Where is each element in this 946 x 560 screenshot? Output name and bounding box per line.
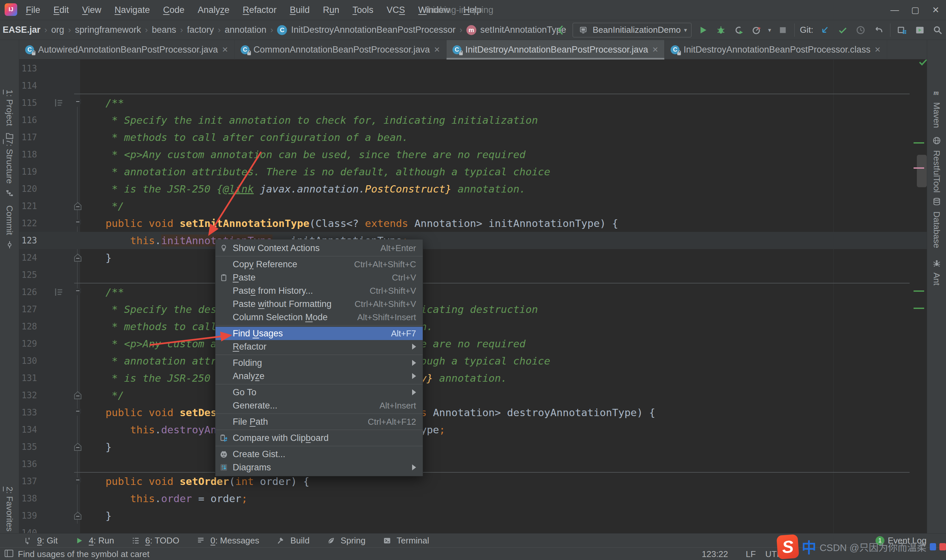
rollback-button[interactable] bbox=[872, 24, 885, 36]
code-line[interactable]: 135 } bbox=[19, 438, 927, 455]
code-editor[interactable]: 113114115 /**116 * Specify the init anno… bbox=[19, 60, 927, 533]
menu-navigate[interactable]: Navigate bbox=[108, 0, 157, 20]
line-number[interactable]: 118 bbox=[20, 146, 37, 163]
line-number[interactable]: 117 bbox=[20, 129, 37, 146]
line-number[interactable]: 138 bbox=[20, 490, 37, 507]
caret-position[interactable]: 123:22 bbox=[702, 548, 728, 560]
breadcrumb-item[interactable]: annotation bbox=[225, 25, 267, 35]
line-number[interactable]: 129 bbox=[20, 335, 37, 352]
close-icon[interactable]: ✕ bbox=[434, 45, 440, 54]
code-line[interactable]: 125 bbox=[19, 266, 927, 283]
code-line[interactable]: 139 } bbox=[19, 507, 927, 524]
menu-run[interactable]: Run bbox=[316, 0, 346, 20]
code-line[interactable]: 128 * methods to call when the context i… bbox=[19, 318, 927, 335]
menu-file[interactable]: File bbox=[19, 0, 47, 20]
toolwindow-button-4-run[interactable]: 4: Run bbox=[73, 534, 114, 547]
line-number[interactable]: 131 bbox=[20, 369, 37, 387]
code-line[interactable]: 136 bbox=[19, 455, 927, 473]
run-anything-button[interactable] bbox=[914, 24, 926, 36]
minimize-button[interactable]: — bbox=[884, 0, 905, 20]
close-icon[interactable]: ✕ bbox=[222, 45, 228, 54]
context-menu-item-create-gist[interactable]: Create Gist... bbox=[216, 448, 423, 461]
menu-vcs[interactable]: VCS bbox=[380, 0, 412, 20]
menu-tools[interactable]: Tools bbox=[346, 0, 380, 20]
code-line[interactable]: 113 bbox=[19, 60, 927, 77]
stripe-mark[interactable] bbox=[914, 142, 924, 143]
stop-button[interactable] bbox=[777, 24, 789, 36]
line-number[interactable]: 128 bbox=[20, 318, 37, 335]
code-line[interactable]: 140 bbox=[19, 524, 927, 533]
context-menu-item-folding[interactable]: Folding bbox=[216, 356, 423, 369]
line-number[interactable]: 136 bbox=[20, 455, 37, 473]
history-button[interactable] bbox=[854, 24, 867, 36]
sidebar-item-ant[interactable]: Ant bbox=[927, 257, 946, 285]
line-number[interactable]: 127 bbox=[20, 301, 37, 318]
line-number[interactable]: 130 bbox=[20, 352, 37, 369]
scrollbar-thumb[interactable] bbox=[917, 155, 927, 187]
stripe-mark[interactable] bbox=[914, 291, 924, 292]
line-number[interactable]: 115 bbox=[20, 94, 37, 111]
run-button[interactable] bbox=[697, 24, 709, 36]
menu-code[interactable]: Code bbox=[157, 0, 191, 20]
context-menu-item-file-path[interactable]: File PathCtrl+Alt+F12 bbox=[216, 415, 423, 428]
line-number[interactable]: 139 bbox=[20, 507, 37, 524]
code-line[interactable]: 129 * <p>Any custom annotation can be us… bbox=[19, 335, 927, 352]
code-line[interactable]: 130 * annotation attributes. There is no… bbox=[19, 352, 927, 369]
sidebar-item-7-structure[interactable]: 7: Structure bbox=[0, 139, 19, 200]
inspections-ok-icon[interactable] bbox=[918, 60, 927, 68]
code-line[interactable]: 137 public void setOrder(int order) { bbox=[19, 473, 927, 490]
line-number[interactable]: 134 bbox=[20, 421, 37, 438]
toolwindow-button-build[interactable]: Build bbox=[274, 534, 310, 547]
code-line[interactable]: 117 * methods to call after configuratio… bbox=[19, 129, 927, 146]
debug-button[interactable] bbox=[715, 24, 727, 36]
context-menu-item-go-to[interactable]: Go To bbox=[216, 386, 423, 399]
line-number[interactable]: 114 bbox=[20, 77, 37, 94]
line-number[interactable]: 122 bbox=[20, 215, 37, 232]
line-number[interactable]: 120 bbox=[20, 180, 37, 197]
toolwindow-button-terminal[interactable]: Terminal bbox=[381, 534, 429, 547]
gutter-list-icon[interactable] bbox=[54, 98, 63, 109]
breadcrumb-item[interactable]: org bbox=[51, 25, 64, 35]
profiler-button[interactable] bbox=[750, 24, 763, 36]
context-menu-item-paste-without-formatting[interactable]: Paste without FormattingCtrl+Alt+Shift+V bbox=[216, 297, 423, 311]
close-button[interactable]: ✕ bbox=[926, 0, 946, 20]
profiler-dropdown-icon[interactable]: ▾ bbox=[768, 26, 771, 34]
tool-windows-toggle-icon[interactable] bbox=[5, 549, 13, 559]
gutter-list-icon[interactable] bbox=[54, 287, 63, 298]
menu-refactor[interactable]: Refactor bbox=[236, 0, 283, 20]
line-number[interactable]: 137 bbox=[20, 473, 37, 490]
code-line[interactable]: 124 } bbox=[19, 249, 927, 266]
context-menu-item-analyze[interactable]: Analyze bbox=[216, 369, 423, 383]
context-menu-item-compare-with-clipboard[interactable]: Compare with Clipboard bbox=[216, 431, 423, 445]
line-number[interactable]: 124 bbox=[20, 249, 37, 266]
update-project-button[interactable] bbox=[818, 24, 831, 36]
context-menu-item-refactor[interactable]: Refactor bbox=[216, 340, 423, 353]
line-number[interactable]: 133 bbox=[20, 404, 37, 421]
sidebar-item-database[interactable]: Database bbox=[927, 195, 946, 248]
line-number[interactable]: 132 bbox=[20, 387, 37, 404]
sidebar-item-restfultool[interactable]: RestfulTool bbox=[927, 134, 946, 193]
editor-tab[interactable]: CAutowiredAnnotationBeanPostProcessor.ja… bbox=[19, 40, 235, 60]
toolwindow-button-6-todo[interactable]: 6: TODO bbox=[129, 534, 179, 547]
sidebar-item-commit[interactable]: Commit bbox=[0, 205, 19, 251]
menu-analyze[interactable]: Analyze bbox=[191, 0, 236, 20]
code-line[interactable]: 118 * <p>Any custom annotation can be us… bbox=[19, 146, 927, 163]
editor-tab[interactable]: CInitDestroyAnnotationBeanPostProcessor.… bbox=[665, 40, 887, 60]
search-everywhere-button[interactable] bbox=[931, 24, 944, 36]
close-icon[interactable]: ✕ bbox=[652, 45, 658, 54]
breadcrumb-method[interactable]: setInitAnnotationType bbox=[480, 25, 566, 35]
stripe-mark[interactable] bbox=[914, 308, 924, 309]
run-with-coverage-button[interactable] bbox=[732, 24, 745, 36]
code-line[interactable]: 120 * is the JSR-250 {@link javax.annota… bbox=[19, 180, 927, 197]
line-number[interactable]: 113 bbox=[20, 60, 37, 77]
breadcrumb-item[interactable]: EASE.jar bbox=[3, 25, 40, 35]
line-number[interactable]: 135 bbox=[20, 438, 37, 455]
line-number[interactable]: 116 bbox=[20, 111, 37, 129]
changed-files-button[interactable] bbox=[896, 24, 908, 36]
menu-view[interactable]: View bbox=[75, 0, 108, 20]
code-line[interactable]: 122 public void setInitAnnotationType(Cl… bbox=[19, 215, 927, 232]
breadcrumb-item[interactable]: factory bbox=[187, 25, 214, 35]
line-number[interactable]: 123 bbox=[20, 232, 37, 249]
breadcrumb-item[interactable]: beans bbox=[152, 25, 176, 35]
context-menu-item-generate[interactable]: Generate...Alt+Insert bbox=[216, 399, 423, 412]
